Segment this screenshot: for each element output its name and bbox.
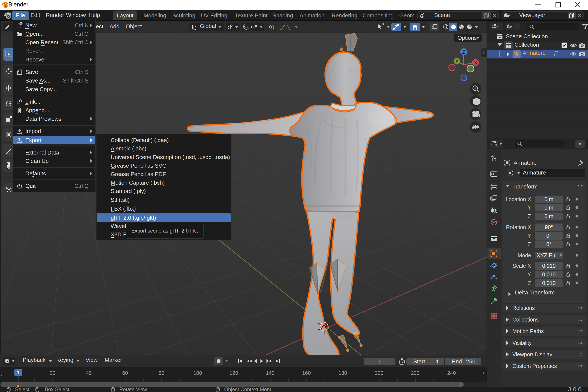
svg-text:Y: Y bbox=[455, 58, 458, 64]
svg-text:Z: Z bbox=[462, 49, 466, 55]
svg-text:X: X bbox=[474, 60, 477, 66]
